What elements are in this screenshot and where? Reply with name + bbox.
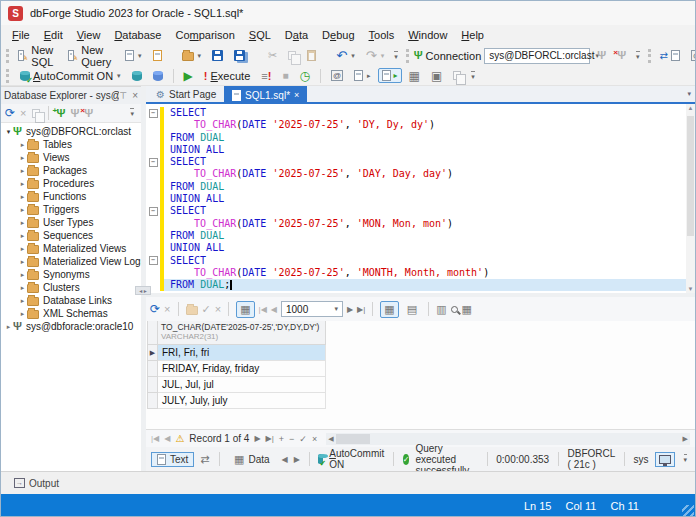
results-grid[interactable]: TO_CHAR(DATE'2025-07-25','DY,DY,DY') VAR…	[147, 321, 326, 409]
tree-item-views[interactable]: ▸Views	[1, 151, 141, 164]
results-in-grid-toggle[interactable]: ▸	[378, 68, 402, 83]
refresh-icon[interactable]: ⟳	[150, 302, 160, 316]
new-object-button[interactable]	[149, 48, 166, 63]
sql-editor[interactable]: −SELECT TO_CHAR(DATE '2025-07-25', 'DY, …	[146, 104, 695, 293]
grid-row-4[interactable]: JULY, July, july	[147, 393, 326, 409]
page-size-select[interactable]: 1000 ▾	[281, 301, 343, 317]
grid-cell[interactable]: FRIDAY, Friday, friday	[158, 361, 326, 377]
code-line-11[interactable]: FROM DUAL	[146, 230, 695, 242]
tree-item-user-types[interactable]: ▸User Types	[1, 216, 141, 229]
tree-item-triggers[interactable]: ▸Triggers	[1, 203, 141, 216]
layout-full-button[interactable]: ▣	[427, 67, 446, 85]
code-line-12[interactable]: UNION ALL	[146, 242, 695, 254]
tree-expander-icon[interactable]: ▸	[18, 154, 27, 162]
connect-plug-icon[interactable]: Ψ	[70, 108, 79, 119]
toolbar-grip[interactable]	[6, 69, 11, 83]
menu-view[interactable]: View	[70, 27, 108, 43]
find-in-results-icon[interactable]	[451, 306, 458, 313]
pin-icon[interactable]: ⊤	[119, 91, 127, 101]
fold-margin[interactable]: −	[146, 156, 160, 168]
row-selector[interactable]	[147, 393, 158, 409]
commit-button[interactable]	[128, 69, 146, 83]
query-profiler-button[interactable]: @	[687, 48, 696, 63]
tree-item-procedures[interactable]: ▸Procedures	[1, 177, 141, 190]
grid-row-1[interactable]: ▶FRI, Fri, fri	[147, 345, 326, 361]
grid-cell[interactable]: FRI, Fri, fri	[158, 345, 326, 361]
menu-window[interactable]: Window	[401, 27, 454, 43]
column-header[interactable]: TO_CHAR(DATE'2025-07-25','DY,DY,DY') VAR…	[158, 321, 326, 345]
tree-expander-icon[interactable]: ▸	[18, 180, 27, 188]
last-record-icon[interactable]: ▶|	[266, 434, 274, 443]
tree-item-sys-dbforcl-orclast[interactable]: ▾Ψsys@DBFORCL:orclast	[1, 125, 141, 138]
toolbar-grip[interactable]	[6, 49, 9, 63]
menu-file[interactable]: File	[5, 27, 37, 43]
first-page-icon[interactable]: |◀	[259, 305, 267, 314]
code-line-8[interactable]: UNION ALL	[146, 193, 695, 205]
code-line-1[interactable]: −SELECT	[146, 107, 695, 119]
prev-record-icon[interactable]: ◀	[164, 434, 170, 443]
layout-grid-button[interactable]: ▦	[405, 67, 424, 85]
fold-margin[interactable]: −	[146, 255, 160, 267]
fold-margin[interactable]: −	[146, 205, 160, 217]
autocommit-toggle[interactable]: AutoCommit ON ▾	[16, 68, 125, 84]
open-file-button[interactable]: ▾	[178, 48, 206, 63]
grid-row-2[interactable]: FRIDAY, Friday, friday	[147, 361, 326, 377]
tree-expander-icon[interactable]: ▸	[18, 258, 27, 266]
status-overflow-button[interactable]: ▾	[684, 454, 688, 464]
disconnect-plug-icon[interactable]: ×Ψ	[84, 108, 93, 119]
tree-item-clusters[interactable]: ▸Clusters	[1, 281, 141, 294]
autocommit-status-label[interactable]: AutoCommit ON	[329, 448, 384, 470]
tree-item-synonyms[interactable]: ▸Synonyms	[1, 268, 141, 281]
tree-expander-icon[interactable]: ▸	[18, 310, 27, 318]
menu-comparison[interactable]: Comparison	[168, 27, 241, 43]
tree-expander-icon[interactable]: ▸	[18, 193, 27, 201]
collapse-box-icon[interactable]: −	[149, 158, 158, 167]
menu-tools[interactable]: Tools	[362, 27, 402, 43]
paste-button[interactable]	[303, 48, 320, 63]
tree-item-tables[interactable]: ▸Tables	[1, 138, 141, 151]
next-record-icon[interactable]: ▶	[254, 434, 260, 443]
card-view-button[interactable]: ▤	[403, 301, 421, 318]
apply-icon[interactable]: ✓	[202, 303, 211, 316]
code-line-3[interactable]: FROM DUAL	[146, 132, 695, 144]
new-window-button[interactable]	[449, 69, 465, 82]
refresh-icon[interactable]: ⟳	[5, 106, 15, 120]
toolbar-grip[interactable]	[648, 49, 651, 63]
output-panel-tab[interactable]: → Output	[8, 476, 65, 491]
tree-expander-icon[interactable]: ▸	[18, 167, 27, 175]
menu-data[interactable]: Data	[278, 27, 315, 43]
menu-sql[interactable]: SQL	[242, 27, 278, 43]
code-line-2[interactable]: TO_CHAR(DATE '2025-07-25', 'DY, Dy, dy')	[146, 119, 695, 131]
tree-expander-icon[interactable]: ▸	[18, 206, 27, 214]
results-to-file-button[interactable]: ▸	[350, 68, 375, 83]
collapse-box-icon[interactable]: −	[149, 109, 158, 118]
duplicate-icon[interactable]	[32, 109, 40, 118]
stop-button[interactable]: ■	[278, 68, 292, 83]
text-view-button[interactable]: Text	[151, 452, 194, 467]
menu-help[interactable]: Help	[454, 27, 491, 43]
prev-page-icon[interactable]: ◀	[271, 305, 277, 314]
query-plan-button[interactable]: @	[327, 68, 347, 83]
cancel-icon[interactable]: ×	[164, 303, 170, 315]
execute-script-button[interactable]: ≡!	[257, 68, 275, 84]
run-button[interactable]: ▶	[180, 67, 197, 85]
scroll-right-icon[interactable]: ▶	[683, 435, 688, 443]
tree-item-materialized-views[interactable]: ▸Materialized Views	[1, 242, 141, 255]
code-line-10[interactable]: TO_CHAR(DATE '2025-07-25', 'MON, Mon, mo…	[146, 218, 695, 230]
data-view-button[interactable]: ▦ Data	[228, 451, 276, 468]
prev-result-icon[interactable]: ◀	[282, 455, 288, 464]
connection-select[interactable]: sys@DBFORCL:orclast ▾	[484, 48, 590, 64]
code-line-15[interactable]: FROM DUAL;	[146, 279, 695, 291]
collapse-box-icon[interactable]: −	[149, 256, 158, 265]
toolbar-grip[interactable]	[406, 49, 409, 63]
rollback-button[interactable]	[149, 69, 167, 83]
tab-overflow-icon[interactable]: ▾	[687, 90, 691, 98]
tree-expander-icon[interactable]: ▾	[4, 128, 13, 136]
menu-debug[interactable]: Debug	[315, 27, 361, 43]
tree-item-xml-schemas[interactable]: ▸XML Schemas	[1, 307, 141, 320]
tree-expander-icon[interactable]: ▸	[4, 323, 13, 331]
tree-expander-icon[interactable]: ▸	[18, 284, 27, 292]
row-selector[interactable]: ▶	[147, 345, 158, 361]
code-line-6[interactable]: TO_CHAR(DATE '2025-07-25', 'DAY, Day, da…	[146, 168, 695, 180]
cut-button[interactable]: ✂	[264, 47, 281, 64]
